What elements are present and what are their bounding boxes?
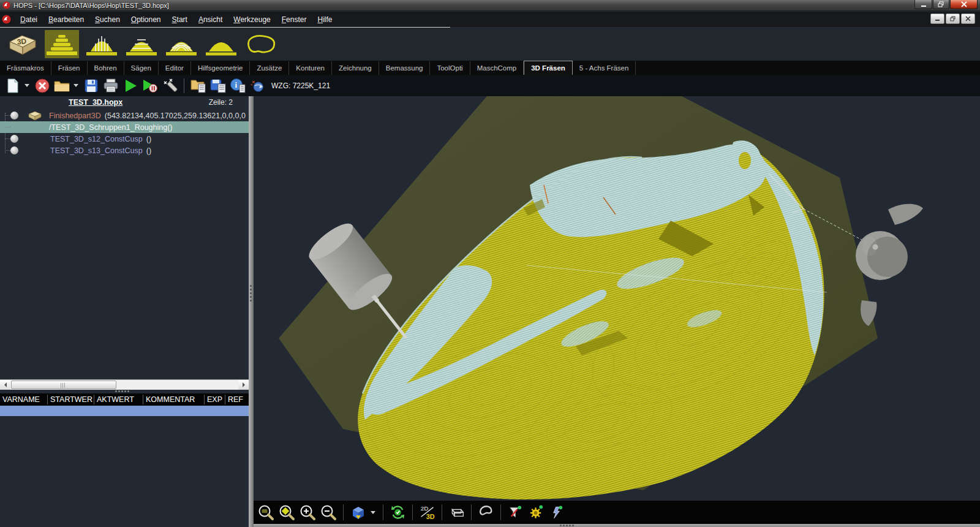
tab-editor[interactable]: Editor <box>159 61 191 75</box>
open-folder-icon[interactable] <box>54 78 70 94</box>
scroll-left-button[interactable] <box>0 380 10 390</box>
view-orientation-icon[interactable] <box>350 504 366 521</box>
tree-item-args: () <box>146 146 151 155</box>
mdi-restore-button[interactable] <box>946 13 960 24</box>
tree-item-label: Finishedpart3D <box>49 112 101 120</box>
wand-icon[interactable] <box>162 78 178 94</box>
roughing-zlevel-icon[interactable] <box>45 30 79 58</box>
tab-maschcomp[interactable]: MaschComp <box>470 61 524 75</box>
zoom-in-icon[interactable] <box>300 504 316 521</box>
menu-item-fenster[interactable]: Fenster <box>276 15 312 24</box>
info-doc-icon[interactable]: i <box>230 78 246 94</box>
finish-smooth-icon[interactable] <box>204 30 238 58</box>
menu-items: DateiBearbeitenSuchenOptionenStartAnsich… <box>15 15 337 24</box>
tab-bemassung[interactable]: Bemassung <box>379 61 431 75</box>
mdi-minimize-button[interactable] <box>930 13 944 24</box>
tree-row[interactable]: TEST_3D_s13_ConstCusp() <box>0 145 249 156</box>
tab-sägen[interactable]: Sägen <box>124 61 159 75</box>
simulation-gear-icon[interactable] <box>528 504 545 521</box>
tab-toolopti[interactable]: ToolOpti <box>430 61 470 75</box>
save-doc-icon[interactable] <box>210 78 226 94</box>
menu-item-suchen[interactable]: Suchen <box>89 15 126 24</box>
menu-item-datei[interactable]: Datei <box>15 15 43 24</box>
run-icon[interactable] <box>123 78 138 94</box>
mdi-close-button[interactable] <box>961 13 975 24</box>
main-area: TEST_3D.hopx Zeile: 2 Finishedpart3D(543… <box>0 96 980 527</box>
finish-zsteps-icon[interactable] <box>124 30 159 58</box>
menubar: DateiBearbeitenSuchenOptionenStartAnsich… <box>0 12 980 27</box>
column-header-startwer[interactable]: STARTWER <box>48 395 94 404</box>
save-icon[interactable] <box>83 78 99 94</box>
column-header-ref[interactable]: REF <box>225 395 249 404</box>
finish-vertical-cuts-icon[interactable] <box>85 30 119 58</box>
menu-item-hilfe[interactable]: Hilfe <box>312 15 337 24</box>
view-orientation-dropdown[interactable] <box>371 511 377 514</box>
new-file-icon[interactable] <box>5 78 21 94</box>
menu-item-ansicht[interactable]: Ansicht <box>193 15 228 24</box>
horizontal-scrollbar[interactable] <box>0 379 249 390</box>
run-step-icon[interactable] <box>142 78 158 94</box>
new-file-dropdown[interactable] <box>24 78 31 94</box>
print-icon[interactable] <box>103 78 119 94</box>
hops-logo-icon <box>2 1 10 9</box>
scroll-right-button[interactable] <box>238 380 249 390</box>
column-header-kommentar[interactable]: KOMMENTAR <box>143 395 205 404</box>
view-toolbar-separator <box>343 504 344 520</box>
simulation-lightning-icon[interactable] <box>549 504 565 521</box>
tree-item-label: TEST_3D_s13_ConstCusp <box>50 146 143 155</box>
panel-splitter-grip[interactable] <box>115 390 129 392</box>
filter-funnel-icon[interactable] <box>507 504 524 521</box>
titlebar: HOPS - [C:\Hops7\DATA\Hops\Hop\TEST_3D.h… <box>0 0 980 11</box>
regenerate-icon[interactable] <box>390 504 406 521</box>
contour-loop-icon[interactable] <box>244 30 278 58</box>
tree-item-label: /TEST_3D_Schruppen1_Roughing() <box>49 123 173 132</box>
column-header-aktwert[interactable]: AKTWERT <box>94 395 143 404</box>
machining-scene <box>254 96 980 527</box>
tab-konturen[interactable]: Konturen <box>289 61 332 75</box>
menu-item-werkzeuge[interactable]: Werkzeuge <box>228 15 276 24</box>
tab-5---achs-fräsen[interactable]: 5 - Achs Fräsen <box>573 61 636 75</box>
program-file-name[interactable]: TEST_3D.hopx <box>69 98 123 107</box>
tab-fräsmakros[interactable]: Fräsmakros <box>0 61 51 75</box>
vertical-splitter[interactable] <box>249 96 254 527</box>
zoom-all-icon[interactable] <box>279 504 295 521</box>
tree-row[interactable]: /TEST_3D_Schruppen1_Roughing() <box>0 121 249 133</box>
toggle-2d-3d-icon[interactable]: 2D 3D <box>419 504 435 521</box>
menu-item-start[interactable]: Start <box>167 15 193 24</box>
folder-doc-icon[interactable] <box>190 78 206 94</box>
part-3d-icon[interactable]: 3D <box>5 30 39 58</box>
zoom-window-icon[interactable] <box>258 504 274 521</box>
viewport-3d[interactable]: 2D 3D <box>254 96 980 527</box>
tab-hilfsgeometrie[interactable]: Hilfsgeometrie <box>191 61 251 75</box>
tab-zeichnung[interactable]: Zeichnung <box>332 61 379 75</box>
column-header-exp[interactable]: EXP <box>205 395 225 404</box>
minimize-button[interactable] <box>914 0 932 9</box>
svg-text:3D: 3D <box>17 37 27 47</box>
tree-row[interactable]: Finishedpart3D(543.82134,405.17025,259.1… <box>0 110 249 121</box>
part-3d-icon-small <box>27 110 43 121</box>
open-folder-dropdown[interactable] <box>74 78 80 94</box>
status-bullet-icon <box>10 135 18 143</box>
tab-fräsen[interactable]: Fräsen <box>51 61 88 75</box>
variables-selected-row[interactable] <box>0 406 249 416</box>
zoom-out-icon[interactable] <box>320 504 337 521</box>
svg-text:i: i <box>235 80 237 89</box>
toolbar-separator <box>184 78 184 93</box>
restore-button[interactable] <box>933 0 949 9</box>
viewport-bottom-splitter[interactable] <box>254 524 980 527</box>
tree-item-label: TEST_3D_s12_ConstCusp <box>50 135 143 143</box>
close-file-icon[interactable] <box>34 78 50 94</box>
finish-crosshatch-icon[interactable] <box>164 30 198 58</box>
show-contour-icon[interactable] <box>478 504 494 521</box>
tab-bohren[interactable]: Bohren <box>88 61 124 75</box>
tab-3d-fräsen[interactable]: 3D Fräsen <box>524 61 573 75</box>
show-stock-box-icon[interactable] <box>448 504 465 521</box>
close-button[interactable] <box>950 0 978 9</box>
menu-item-bearbeiten[interactable]: Bearbeiten <box>43 15 89 24</box>
menu-item-optionen[interactable]: Optionen <box>126 15 167 24</box>
tree-row[interactable]: TEST_3D_s12_ConstCusp() <box>0 133 249 145</box>
column-header-varname[interactable]: VARNAME <box>0 395 48 404</box>
scrollbar-thumb[interactable] <box>11 381 116 389</box>
tool-globe-icon[interactable] <box>249 78 265 94</box>
tab-zusätze[interactable]: Zusätze <box>250 61 289 75</box>
